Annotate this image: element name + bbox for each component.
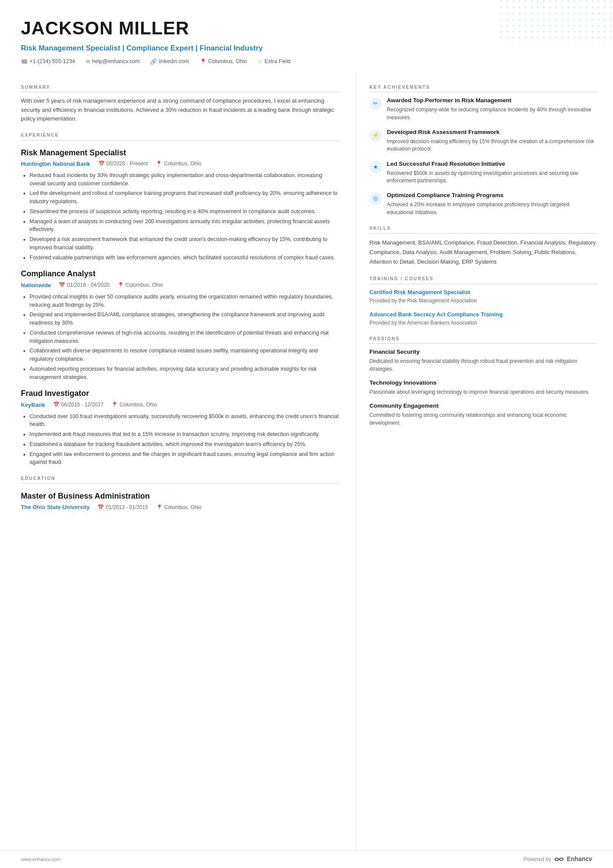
linkedin-icon: 🔗 (150, 58, 157, 66)
location-icon-1: 📍 (117, 282, 124, 289)
edu-location-0: 📍 Columbus, Ohio (156, 504, 202, 511)
email-contact: ✉ help@enhancv.com (86, 58, 140, 66)
achievement-icon-1: ⚡ (370, 129, 382, 141)
bullet-1-2: Conducted comprehensive reviews of high-… (30, 329, 340, 345)
job-title-2: Fraud Investigator (21, 388, 340, 399)
bullet-0-0: Reduced fraud incidents by 30% through s… (30, 171, 340, 188)
training-title-0: Certified Risk Management Specialist (370, 288, 597, 296)
phone-contact: ☎ +1-(234)-555-1234 (21, 58, 75, 66)
bullet-0-3: Managed a team of analysts in conducting… (30, 218, 340, 234)
achievement-desc-1: Improved decision-making efficiency by 1… (387, 138, 597, 153)
job-meta-1: Nationwide 📅 01/2018 - 04/2020 📍 Columbu… (21, 282, 340, 289)
calendar-icon-1: 📅 (59, 282, 65, 289)
job-location-1: 📍 Columbus, Ohio (117, 282, 163, 289)
footer: www.enhancv.com Powered by Enhancv (0, 850, 613, 868)
star-contact-icon: ☆ (257, 58, 263, 66)
bullet-0-2: Streamlined the process of suspicious ac… (30, 208, 340, 216)
candidate-name: JACKSON MILLER (21, 16, 592, 41)
location-icon-0: 📍 (156, 160, 162, 168)
experience-section-title: EXPERIENCE (21, 132, 340, 141)
training-provider-1: Provided by the American Bankers Associa… (370, 319, 597, 327)
extra-contact: ☆ Extra Field (257, 58, 290, 66)
passion-text-0: Dedicated to ensuring financial stabilit… (370, 358, 597, 373)
resume-page: JACKSON MILLER Risk Management Specialis… (0, 0, 613, 868)
skills-text: Risk Management, BSA/AML Compliance, Fra… (370, 238, 597, 267)
job-location-2: 📍 Columbus, Ohio (111, 401, 157, 409)
job-bullets-1: Provided critical insights in over 50 co… (21, 293, 340, 382)
job-dates-1: 📅 01/2018 - 04/2020 (59, 282, 109, 289)
job-meta-0: Huntington National Bank 📅 05/2020 - Pre… (21, 160, 340, 168)
achievement-content-2: Led Successful Fraud Resolution Initiati… (387, 160, 597, 185)
training-item-1: Advanced Bank Secrecy Act Compliance Tra… (370, 311, 597, 327)
job-company-0: Huntington National Bank (21, 160, 90, 168)
achievement-desc-0: Recognized company-wide for reducing com… (387, 106, 597, 121)
brand-name: Enhancv (567, 855, 592, 864)
calendar-edu-icon: 📅 (97, 504, 104, 511)
achievement-item-1: ⚡ Developed Risk Assessment Framework Im… (370, 128, 597, 153)
achievement-icon-0: ✏ (370, 97, 382, 110)
passion-item-2: Community Engagement Committed to foster… (370, 402, 597, 427)
edu-dates-0: 📅 01/2013 - 01/2015 (97, 504, 148, 511)
calendar-icon-2: 📅 (53, 401, 60, 409)
degree-title-0: Master of Business Administration (21, 491, 340, 502)
job-dates-0: 📅 05/2020 - Present (98, 160, 148, 168)
training-provider-0: Provided by the Risk Management Associat… (370, 297, 597, 305)
phone-icon: ☎ (21, 58, 28, 66)
job-dates-2: 📅 06/2015 - 12/2017 (53, 401, 103, 409)
location-edu-icon: 📍 (156, 504, 163, 511)
achievement-icon-3: ◎ (370, 192, 382, 204)
job-location-0: 📍 Columbus, Ohio (156, 160, 201, 168)
location-contact: 📍 Columbus, Ohio (200, 58, 247, 66)
achievement-desc-3: Achieved a 20% increase in employee comp… (387, 201, 597, 216)
bullet-0-5: Fostered valuable partnerships with law … (30, 254, 340, 262)
header: JACKSON MILLER Risk Management Specialis… (0, 0, 613, 74)
right-column: KEY ACHIEVEMENTS ✏ Awarded Top Performer… (356, 74, 613, 851)
achievement-item-3: ◎ Optimized Compliance Training Programs… (370, 191, 597, 216)
achievement-item-0: ✏ Awarded Top Performer in Risk Manageme… (370, 97, 597, 121)
bullet-2-0: Conducted over 100 fraud investigations … (30, 412, 340, 429)
bullet-1-4: Automated reporting processes for financ… (30, 365, 340, 382)
bullet-2-2: Established a database for tracking frau… (30, 440, 340, 449)
passion-item-0: Financial Security Dedicated to ensuring… (370, 348, 597, 373)
training-title-1: Advanced Bank Secrecy Act Compliance Tra… (370, 311, 597, 318)
achievement-content-3: Optimized Compliance Training Programs A… (387, 191, 597, 216)
skills-section-title: SKILLS (370, 225, 597, 234)
job-meta-2: KeyBank 📅 06/2015 - 12/2017 📍 Columbus, … (21, 401, 340, 409)
linkedin-contact: 🔗 linkedin.com (150, 58, 189, 66)
candidate-subtitle: Risk Management Specialist | Compliance … (21, 43, 592, 54)
achievement-desc-2: Recovered $500k in assets by optimizing … (387, 170, 597, 185)
contact-info: ☎ +1-(234)-555-1234 ✉ help@enhancv.com 🔗… (21, 58, 592, 66)
enhancv-logo-icon (554, 856, 564, 863)
job-title-0: Risk Management Specialist (21, 147, 340, 158)
training-section-title: TRAINING / COURSES (370, 275, 597, 284)
achievement-icon-2: ★ (370, 161, 382, 173)
job-bullets-2: Conducted over 100 fraud investigations … (21, 412, 340, 467)
calendar-icon-0: 📅 (98, 160, 105, 168)
location-icon-2: 📍 (111, 401, 118, 409)
education-section-title: EDUCATION (21, 475, 340, 484)
left-column: SUMMARY With over 5 years of risk manage… (0, 74, 356, 851)
achievements-section-title: KEY ACHIEVEMENTS (370, 84, 597, 93)
school-name-0: The Ohio State University (21, 503, 90, 511)
bullet-1-3: Collaborated with diverse departments to… (30, 347, 340, 363)
footer-website: www.enhancv.com (21, 856, 60, 863)
email-icon: ✉ (86, 58, 90, 66)
passion-title-1: Technology Innovations (370, 379, 597, 387)
footer-brand: Powered by Enhancv (523, 855, 592, 864)
powered-by-label: Powered by (523, 856, 551, 863)
achievement-title-2: Led Successful Fraud Resolution Initiati… (387, 160, 597, 168)
bullet-0-4: Developed a risk assessment framework th… (30, 235, 340, 252)
bullet-2-3: Engaged with law enforcement to process … (30, 450, 340, 467)
passion-text-1: Passionate about leveraging technology t… (370, 389, 597, 396)
edu-meta-0: The Ohio State University 📅 01/2013 - 01… (21, 503, 340, 511)
achievement-title-0: Awarded Top Performer in Risk Management (387, 97, 597, 105)
bullet-1-0: Provided critical insights in over 50 co… (30, 293, 340, 309)
achievement-content-0: Awarded Top Performer in Risk Management… (387, 97, 597, 121)
passions-section-title: PASSIONS (370, 335, 597, 344)
passion-title-2: Community Engagement (370, 402, 597, 410)
training-item-0: Certified Risk Management Specialist Pro… (370, 288, 597, 305)
achievement-item-2: ★ Led Successful Fraud Resolution Initia… (370, 160, 597, 185)
bullet-0-1: Led the development and rollout of compl… (30, 189, 340, 206)
achievement-content-1: Developed Risk Assessment Framework Impr… (387, 128, 597, 153)
job-title-1: Compliance Analyst (21, 268, 340, 279)
